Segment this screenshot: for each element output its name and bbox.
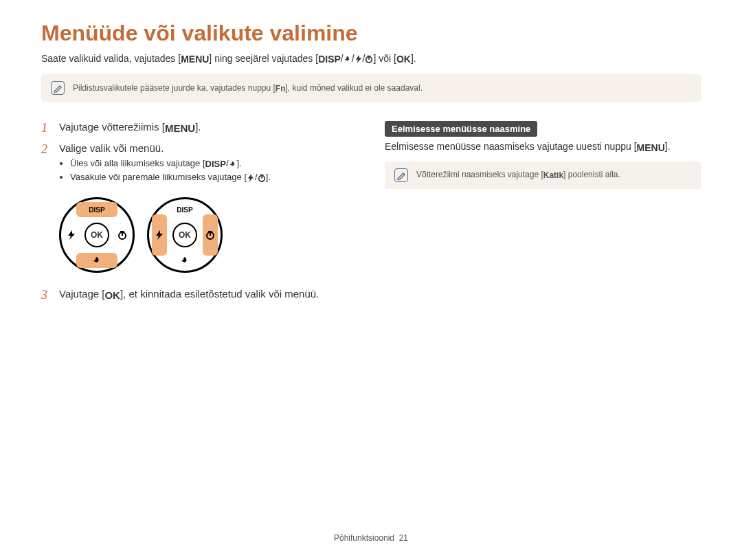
step2-body: Valige valik või menüü. Üles või alla li… <box>59 142 357 185</box>
intro-text: Saate valikuid valida, vajutades [MENU] … <box>41 53 701 65</box>
dial1-ok: OK <box>85 223 109 247</box>
bullet-2: Vasakule või paremale liikumiseks vajuta… <box>70 172 357 182</box>
timer-icon <box>365 55 373 63</box>
dial2-macro <box>164 253 205 268</box>
macro-icon-b1 <box>229 160 237 168</box>
bullet-1: Üles või alla liikumiseks vajutage [DISP… <box>70 158 357 169</box>
timer-icon-b2 <box>258 174 266 182</box>
step1-pre: Vajutage võtterežiimis [ <box>59 121 165 133</box>
note-text-2: Võtterežiimi naasmiseks vajutage [Katik]… <box>416 170 620 180</box>
step-num-1: 1 <box>41 121 51 135</box>
macro-icon <box>344 55 352 63</box>
dial1-disp: DISP <box>76 202 117 217</box>
b1-pre: Üles või alla liikumiseks vajutage [ <box>70 158 205 168</box>
note-text-1: Pildistusvalikutele pääsete juurde ka, v… <box>73 83 423 93</box>
flash-icon-b2 <box>247 174 255 182</box>
disp-key: DISP <box>318 54 341 65</box>
intro-post-nav: ] või [ <box>373 53 396 64</box>
footer-page: 21 <box>399 533 408 543</box>
b2-post: ]. <box>266 172 271 182</box>
note-box-1: Pildistusvalikutele pääsete juurde ka, v… <box>41 74 701 102</box>
dial2-disp: DISP <box>164 202 205 217</box>
dial-leftright: DISP OK <box>147 197 223 273</box>
note-box-2: Võtterežiimi naasmiseks vajutage [Katik]… <box>385 161 701 189</box>
right-column: Eelmisesse menüüsse naasmine Eelmisesse … <box>385 121 701 309</box>
dial-updown: DISP OK <box>59 197 135 273</box>
footer-label: Põhifunktsioonid <box>334 533 394 543</box>
dial1-timer <box>115 214 130 256</box>
step-1: 1 Vajutage võtterežiimis [MENU]. <box>41 121 357 135</box>
step2-sublist: Üles või alla liikumiseks vajutage [DISP… <box>59 158 357 182</box>
step-num-2: 2 <box>41 142 51 185</box>
intro-pre: Saate valikuid valida, vajutades [ <box>41 53 181 64</box>
dials-row: DISP OK DISP OK <box>59 197 357 273</box>
intro-mid: ] ning seejärel vajutades [ <box>209 53 318 64</box>
return-post: ]. <box>665 141 671 152</box>
flash-icon <box>355 55 363 63</box>
note1-post: ], kuid mõned valikud ei ole saadaval. <box>286 83 423 93</box>
step3-pre: Vajutage [ <box>59 288 104 300</box>
dial2-timer <box>203 214 218 256</box>
note-icon-2 <box>394 168 408 182</box>
step3-post: ], et kinnitada esiletõstetud valik või … <box>120 288 319 300</box>
page-footer: Põhifunktsioonid 21 <box>0 533 742 543</box>
b1-post: ]. <box>237 158 242 168</box>
page-title: Menüüde või valikute valimine <box>41 21 701 46</box>
subheading-return: Eelmisesse menüüsse naasmine <box>385 121 537 137</box>
dial2-ok: OK <box>172 223 197 247</box>
note-icon <box>51 81 65 95</box>
dial1-macro <box>76 253 117 268</box>
ok-key: OK <box>396 54 411 65</box>
dial2-flash <box>152 214 167 256</box>
note2-post: ] poolenisti alla. <box>563 170 620 179</box>
dial1-flash <box>64 214 79 256</box>
menu-key-step1: MENU <box>165 122 195 134</box>
return-pre: Eelmisesse menüüsse naasmiseks vajutage … <box>385 141 637 152</box>
step-2: 2 Valige valik või menüü. Üles või alla … <box>41 142 357 185</box>
b2-pre: Vasakule või paremale liikumiseks vajuta… <box>70 172 247 182</box>
step-3: 3 Vajutage [OK], et kinnitada esiletõste… <box>41 288 357 302</box>
step1-post: ]. <box>195 121 201 133</box>
fn-key: Fn <box>276 84 286 93</box>
step2-text: Valige valik või menüü. <box>59 142 164 154</box>
step-num-3: 3 <box>41 288 51 302</box>
note1-pre: Pildistusvalikutele pääsete juurde ka, v… <box>73 83 276 93</box>
intro-end: ]. <box>411 53 416 64</box>
ok-key-step3: OK <box>104 289 120 301</box>
left-column: 1 Vajutage võtterežiimis [MENU]. 2 Valig… <box>41 121 357 309</box>
step1-body: Vajutage võtterežiimis [MENU]. <box>59 121 357 135</box>
note2-pre: Võtterežiimi naasmiseks vajutage [ <box>416 170 543 179</box>
disp-key-b1: DISP <box>205 159 226 169</box>
menu-key-return: MENU <box>637 142 665 153</box>
shutter-key: Katik <box>543 170 563 180</box>
return-line: Eelmisesse menüüsse naasmiseks vajutage … <box>385 141 701 153</box>
menu-key: MENU <box>181 54 209 65</box>
step3-body: Vajutage [OK], et kinnitada esiletõstetu… <box>59 288 357 302</box>
